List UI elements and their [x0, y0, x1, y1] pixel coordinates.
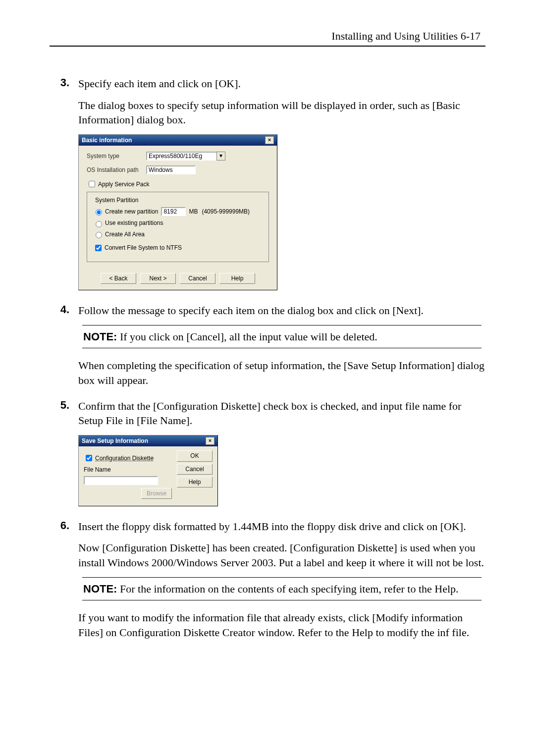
os-path-input[interactable] — [146, 165, 196, 174]
chevron-down-icon[interactable]: ▾ — [216, 152, 225, 161]
create-all-area-label: Create All Area — [105, 230, 145, 238]
file-name-label: File Name — [84, 466, 172, 474]
note-help-text: For the information on the contents of e… — [120, 583, 459, 595]
partition-size-unit: MB — [189, 208, 198, 216]
system-partition-legend: System Partition — [93, 196, 140, 204]
use-existing-partitions-label: Use existing partitions — [105, 219, 163, 227]
ok-button[interactable]: OK — [177, 450, 213, 461]
browse-button[interactable]: Browse — [141, 488, 172, 499]
system-type-label: System type — [87, 152, 146, 160]
note-cancel-text: If you click on [Cancel], all the input … — [120, 330, 377, 343]
file-name-input[interactable] — [84, 476, 158, 485]
help-button[interactable]: Help — [219, 273, 255, 284]
system-type-select[interactable] — [146, 152, 225, 161]
apply-service-pack-checkbox[interactable] — [89, 181, 95, 187]
step4-line1: Follow the message to specify each item … — [78, 303, 485, 318]
help-button[interactable]: Help — [177, 477, 213, 487]
header-rule — [50, 46, 485, 47]
step5-line1: Confirm that the [Configuration Diskette… — [78, 399, 485, 428]
create-new-partition-radio[interactable] — [96, 209, 102, 216]
apply-service-pack-label: Apply Service Pack — [98, 180, 149, 188]
step3-line2: The dialog boxes to specify setup inform… — [78, 98, 485, 127]
partition-range: (4095-999999MB) — [202, 208, 250, 216]
convert-ntfs-checkbox[interactable] — [95, 245, 102, 251]
step6-line2: Now [Configuration Diskette] has been cr… — [78, 540, 485, 570]
basic-dialog-title: Basic information — [82, 136, 132, 144]
step-number-4: 4. — [50, 303, 69, 316]
note-label-2: NOTE: — [83, 583, 117, 595]
os-path-label: OS Installation path — [87, 166, 146, 174]
note-label-1: NOTE: — [83, 330, 117, 343]
basic-information-dialog: Basic information × System type ▾ OS Ins… — [78, 134, 277, 290]
create-new-partition-label: Create new partition — [105, 208, 158, 216]
use-existing-partitions-radio[interactable] — [96, 221, 102, 227]
save-dialog-title: Save Setup Information — [82, 437, 148, 445]
convert-ntfs-label: Convert File System to NTFS — [105, 244, 182, 252]
step4-line2: When completing the specification of set… — [78, 358, 485, 387]
configuration-diskette-label: Configuration Diskette — [95, 454, 154, 462]
cancel-button[interactable]: Cancel — [180, 273, 215, 284]
cancel-button[interactable]: Cancel — [177, 464, 213, 475]
step-number-6: 6. — [50, 519, 69, 532]
close-icon[interactable]: × — [206, 437, 214, 445]
save-setup-information-dialog: Save Setup Information × Configuration D… — [78, 435, 218, 506]
close-icon[interactable]: × — [265, 136, 274, 144]
step-number-3: 3. — [50, 76, 69, 89]
note-cancel: NOTE: If you click on [Cancel], all the … — [82, 325, 482, 349]
create-all-area-radio[interactable] — [96, 232, 102, 238]
page-header: Installing and Using Utilities 6-17 — [331, 30, 481, 42]
configuration-diskette-checkbox[interactable] — [86, 455, 92, 461]
partition-size-input[interactable] — [161, 207, 186, 216]
back-button[interactable]: < Back — [101, 273, 136, 284]
step3-line1: Specify each item and click on [OK]. — [78, 76, 485, 91]
next-button[interactable]: Next > — [140, 273, 176, 284]
step6-line3: If you want to modify the information fi… — [78, 610, 485, 640]
step-number-5: 5. — [50, 399, 69, 412]
step6-line1: Insert the floppy disk formatted by 1.44… — [78, 519, 485, 534]
note-help: NOTE: For the information on the content… — [82, 577, 482, 601]
